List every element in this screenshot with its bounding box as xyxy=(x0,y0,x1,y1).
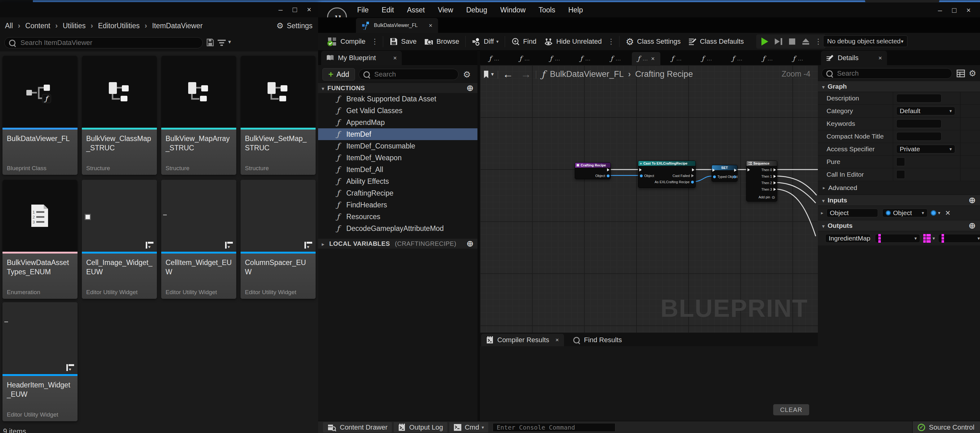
graph-tab[interactable]: ƒ… xyxy=(693,52,721,65)
graph-tab[interactable]: ƒ… xyxy=(753,52,782,65)
pure-checkbox[interactable] xyxy=(896,158,905,166)
then2-pin[interactable]: Then 2 xyxy=(761,181,776,185)
graph-tab[interactable]: ƒ… xyxy=(541,52,569,65)
graph-tab[interactable]: ƒ… xyxy=(601,52,630,65)
close-button[interactable]: × xyxy=(961,5,976,16)
close-icon[interactable]: × xyxy=(878,54,882,62)
function-item[interactable]: ƒBreak Supported Data Asset xyxy=(318,93,477,105)
input-name-field[interactable]: Object xyxy=(827,209,878,217)
console-command-field[interactable] xyxy=(496,423,615,431)
save-button[interactable]: Save xyxy=(386,35,420,48)
local-variables-header[interactable]: ▸ LOCAL VARIABLES (CRAFTINGRECIPE) ⊕ xyxy=(318,239,477,248)
frame-skip-button[interactable] xyxy=(772,35,785,48)
menu-window[interactable]: Window xyxy=(496,4,530,16)
graph-tab-active[interactable]: ƒ…× xyxy=(632,52,660,65)
asset-tile-cellitem-widget[interactable]: ♥ CellItem_Widget_EUW Editor Utility Wid… xyxy=(161,180,236,299)
breadcrumb-content[interactable]: Content xyxy=(25,22,51,30)
content-drawer-button[interactable]: Content Drawer xyxy=(323,422,392,432)
breadcrumb-itemdataviewer[interactable]: ItemDataViewer xyxy=(152,22,202,30)
search-input[interactable] xyxy=(4,37,203,48)
compile-button[interactable]: Compile xyxy=(323,35,369,48)
clear-button[interactable]: CLEAR xyxy=(773,404,809,415)
hide-unrelated-options-icon[interactable]: ⋮ xyxy=(606,37,617,46)
gear-icon[interactable]: ⚙ xyxy=(463,69,471,80)
hide-unrelated-button[interactable]: Hide Unrelated xyxy=(540,35,606,48)
display-filter-icon[interactable] xyxy=(956,69,965,78)
add-input-icon[interactable]: ⊕ xyxy=(969,195,976,205)
function-item[interactable]: ƒGet Valid Classes xyxy=(318,105,477,116)
add-button[interactable]: + Add xyxy=(323,68,355,81)
diff-button[interactable]: Diff▾ xyxy=(468,35,502,48)
close-icon[interactable]: × xyxy=(393,54,397,62)
set-output-pin[interactable] xyxy=(733,175,736,179)
maximize-button[interactable]: □ xyxy=(947,5,961,16)
debug-object-dropdown[interactable]: No debug object selected ▾ xyxy=(823,35,907,47)
console-input[interactable] xyxy=(493,423,616,432)
filter-icon[interactable] xyxy=(218,40,226,46)
exec-in-pin[interactable] xyxy=(748,168,750,172)
minimize-button[interactable]: – xyxy=(933,5,947,16)
exec-in-pin[interactable] xyxy=(639,168,642,172)
add-local-variable-icon[interactable]: ⊕ xyxy=(466,239,474,248)
save-search-icon[interactable] xyxy=(206,38,215,47)
asset-tile-headeritem-widget[interactable]: ♥ HeaderItem_Widget_EUW Editor Utility W… xyxy=(3,302,78,421)
menu-view[interactable]: View xyxy=(433,4,457,16)
browse-button[interactable]: Browse xyxy=(420,35,463,48)
description-field[interactable] xyxy=(896,94,942,103)
asset-tile-bulkdataviewer[interactable]: ƒ BulkDataViewer_FL Blueprint Class xyxy=(3,56,78,175)
asset-tile-classmap-struct[interactable]: BulkView_ClassMap_STRUC Structure xyxy=(82,56,157,175)
menu-debug[interactable]: Debug xyxy=(462,4,492,16)
class-defaults-button[interactable]: Class Defaults xyxy=(684,35,748,48)
function-item[interactable]: ƒItemDef_Consumable xyxy=(318,140,477,152)
category-dropdown[interactable]: Default▾ xyxy=(896,107,955,115)
menu-tools[interactable]: Tools xyxy=(534,4,560,16)
play-options-icon[interactable]: ⋮ xyxy=(813,37,824,46)
blueprint-graph-canvas[interactable]: ▾ | ← → | ƒ BulkDataViewer_FL › Crafting… xyxy=(480,65,818,333)
tab-compiler-results[interactable]: Compiler Results × xyxy=(481,334,564,346)
asset-tile-columnspacer-widget[interactable]: ♥ ColumnSpacer_EUW Editor Utility Widget xyxy=(240,180,316,299)
then1-pin[interactable]: Then 1 xyxy=(761,174,776,178)
then0-pin[interactable]: Then 0 xyxy=(761,168,776,172)
breadcrumb-utilities[interactable]: Utilities xyxy=(63,22,86,30)
close-icon[interactable]: × xyxy=(651,55,655,62)
function-item[interactable]: ƒFindHeaders xyxy=(318,199,477,211)
function-item[interactable]: ƒDecodeGameplayAttributeMod xyxy=(318,223,477,234)
object-out-pin[interactable]: Object xyxy=(595,174,609,178)
cmd-dropdown[interactable]: Cmd ▾ xyxy=(449,422,488,432)
play-button[interactable] xyxy=(758,35,772,48)
graph-section-header[interactable]: ▾Graph xyxy=(818,81,980,92)
source-control-button[interactable]: ✓ Source Control xyxy=(912,421,980,433)
gear-icon[interactable]: ⚙ xyxy=(969,68,976,78)
find-button[interactable]: Find xyxy=(508,35,540,48)
menu-edit[interactable]: Edit xyxy=(377,4,398,16)
function-item[interactable]: ƒItemDef_Weapon xyxy=(318,152,477,164)
cast-failed-pin[interactable]: Cast Failed xyxy=(673,174,694,178)
close-button[interactable]: × xyxy=(302,4,316,15)
output-key-type-dropdown[interactable]: ▾ xyxy=(875,234,920,243)
tab-find-results[interactable]: Find Results xyxy=(568,334,627,346)
delete-input-icon[interactable]: × xyxy=(945,208,950,218)
add-pin-button[interactable]: Add pin⊙ xyxy=(759,195,775,199)
keywords-field[interactable] xyxy=(896,119,942,128)
add-output-icon[interactable]: ⊕ xyxy=(969,221,976,231)
then3-pin[interactable]: Then 3 xyxy=(761,187,776,191)
graph-tab[interactable]: ƒ… xyxy=(510,52,539,65)
compact-node-title-field[interactable] xyxy=(896,132,942,141)
node-crafting-recipe[interactable]: Crafting Recipe Object xyxy=(575,162,611,179)
output-value-type-dropdown[interactable]: ▾ xyxy=(938,234,980,243)
function-item[interactable]: ƒResources xyxy=(318,211,477,223)
asset-tile-enum[interactable]: 123 BulkViewDataAssetTypes_ENUM Enumerat… xyxy=(3,180,78,299)
add-function-icon[interactable]: ⊕ xyxy=(466,83,474,93)
node-cast-to-exlcraftingrecipe[interactable]: » Cast To EXLCraftingRecipe Object Cast … xyxy=(638,161,696,188)
as-exlcrafting-recipe-pin[interactable]: As EXLCrafting Recipe xyxy=(655,180,694,184)
my-blueprint-search-field[interactable] xyxy=(374,70,454,79)
eject-button[interactable] xyxy=(799,35,813,48)
graph-tab[interactable]: ƒ… xyxy=(723,52,751,65)
breadcrumb-editorutilities[interactable]: EditorUtilities xyxy=(98,22,140,30)
input-type-dropdown[interactable]: Object ▾ xyxy=(882,209,928,217)
settings-button[interactable]: ⚙ Settings xyxy=(277,21,312,31)
breadcrumb-all[interactable]: All xyxy=(5,22,13,30)
graph-tab[interactable]: ƒ… xyxy=(480,52,508,65)
asset-tile-setmap-struct[interactable]: BulkView_SetMap_STRUC Structure xyxy=(240,56,316,175)
my-blueprint-search[interactable] xyxy=(359,69,458,80)
